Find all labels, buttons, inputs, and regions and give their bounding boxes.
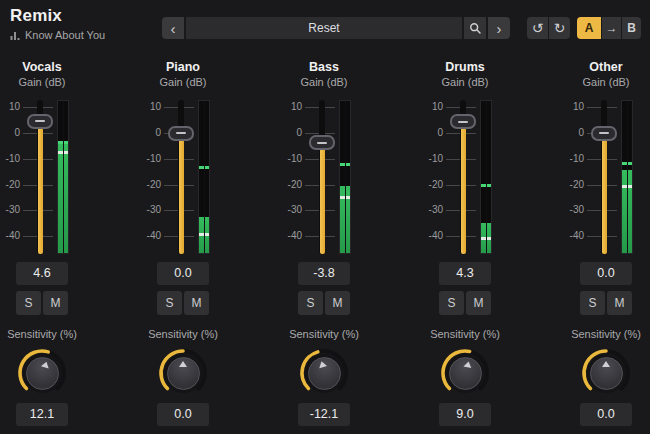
preset-search-button[interactable] [464,17,486,39]
gain-fader[interactable]: 100-10-20-30-40 [564,98,648,256]
sensitivity-label: Sensitivity (%) [282,328,366,340]
header: Remix Know About You [10,6,105,41]
fader-handle[interactable] [450,114,476,129]
gain-label: Gain (dB) [564,76,648,88]
solo-mute-row: S M [580,291,632,315]
knob-body [308,357,341,390]
db-tick-label: -30 [564,205,584,215]
gain-label: Gain (dB) [141,76,225,88]
db-tick-label: -10 [0,154,20,164]
mute-button[interactable]: M [607,291,632,315]
solo-button[interactable]: S [439,291,464,315]
redo-button[interactable]: ↻ [549,17,570,39]
level-meter [198,100,210,254]
db-tick-label: 10 [141,102,161,112]
fader-handle[interactable] [27,114,53,129]
solo-button[interactable]: S [580,291,605,315]
db-tick-label: -30 [141,205,161,215]
solo-mute-row: S M [298,291,350,315]
mute-button[interactable]: M [325,291,350,315]
db-tick-label: -40 [423,231,443,241]
search-icon [469,22,482,35]
db-tick-label: -30 [423,205,443,215]
sensitivity-label: Sensitivity (%) [0,328,84,340]
knob-pointer-icon [317,360,326,368]
solo-mute-row: S M [439,291,491,315]
mute-button[interactable]: M [184,291,209,315]
knob-pointer-icon [602,361,610,367]
gain-fader[interactable]: 100-10-20-30-40 [282,98,366,256]
knob-pointer-icon [40,360,49,368]
sensitivity-label: Sensitivity (%) [564,328,648,340]
sensitivity-knob[interactable] [578,344,634,400]
history-controls: ↺ ↻ [527,17,570,39]
db-tick-label: 10 [282,102,302,112]
sensitivity-value-box[interactable]: 9.0 [439,403,491,426]
preset-name[interactable]: Reset [186,17,462,39]
sensitivity-value-box[interactable]: 0.0 [157,403,209,426]
fader-fill [179,133,184,254]
gain-value-box[interactable]: 0.0 [580,262,632,285]
solo-button[interactable]: S [16,291,41,315]
mute-button[interactable]: M [466,291,491,315]
fader-handle[interactable] [591,126,617,141]
gain-label: Gain (dB) [0,76,84,88]
db-tick-label: -10 [141,154,161,164]
fader-fill [38,121,43,254]
db-tick-label: -20 [564,180,584,190]
db-tick-label: -30 [282,205,302,215]
db-tick-label: -20 [282,180,302,190]
db-tick-label: -40 [0,231,20,241]
audio-bars-icon [10,30,21,41]
solo-button[interactable]: S [157,291,182,315]
fader-handle[interactable] [168,126,194,141]
db-tick-label: 0 [141,128,161,138]
preset-next-button[interactable]: › [488,17,510,39]
undo-button[interactable]: ↺ [527,17,548,39]
solo-mute-row: S M [157,291,209,315]
channel-title: Other [564,60,648,74]
gain-value-box[interactable]: -3.8 [298,262,350,285]
sensitivity-knob[interactable] [437,344,493,400]
mute-button[interactable]: M [43,291,68,315]
channel-strip: Piano Gain (dB) 100-10-20-30-40 0.0 S M … [141,55,225,434]
b-button[interactable]: B [622,17,641,39]
preset-bar: ‹ Reset › [162,17,510,39]
knob-pointer-icon [179,361,187,367]
db-tick-label: -40 [564,231,584,241]
solo-button[interactable]: S [298,291,323,315]
sensitivity-knob[interactable] [155,344,211,400]
channel-strip: Drums Gain (dB) 100-10-20-30-40 4.3 S M … [423,55,507,434]
gain-value-box[interactable]: 0.0 [157,262,209,285]
preset-prev-button[interactable]: ‹ [162,17,184,39]
channel-title: Piano [141,60,225,74]
ab-copy-button[interactable]: → [602,17,621,39]
level-meter [621,100,633,254]
level-meter [57,100,69,254]
sensitivity-label: Sensitivity (%) [423,328,507,340]
gain-fader[interactable]: 100-10-20-30-40 [141,98,225,256]
meter-divider [627,101,628,253]
channel-title: Bass [282,60,366,74]
gain-fader[interactable]: 100-10-20-30-40 [0,98,84,256]
fader-handle[interactable] [309,135,335,150]
db-tick-label: 10 [564,102,584,112]
db-tick-label: 0 [423,128,443,138]
knob-body [590,357,623,390]
sensitivity-knob[interactable] [14,344,70,400]
a-button[interactable]: A [577,17,601,39]
db-tick-label: -10 [423,154,443,164]
channel-strip: Bass Gain (dB) 100-10-20-30-40 -3.8 S M … [282,55,366,434]
fader-fill [461,122,466,254]
sensitivity-value-box[interactable]: 0.0 [580,403,632,426]
sensitivity-value-box[interactable]: -12.1 [298,403,350,426]
sensitivity-knob[interactable] [296,344,352,400]
gain-value-box[interactable]: 4.6 [16,262,68,285]
gain-fader[interactable]: 100-10-20-30-40 [423,98,507,256]
db-tick-label: -20 [0,180,20,190]
db-tick-label: 0 [0,128,20,138]
gain-value-box[interactable]: 4.3 [439,262,491,285]
db-tick-label: 0 [564,128,584,138]
solo-mute-row: S M [16,291,68,315]
sensitivity-value-box[interactable]: 12.1 [16,403,68,426]
